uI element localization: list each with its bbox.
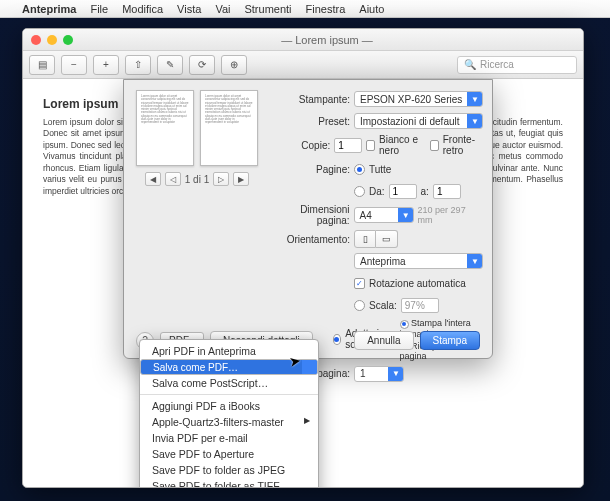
markup-button[interactable]: ⊕ — [221, 55, 247, 75]
prev-page-button-2[interactable]: ◁ — [165, 172, 181, 186]
pages-label: Pagine: — [268, 164, 350, 175]
minimize-button[interactable] — [47, 35, 57, 45]
orientation-segment[interactable]: ▯ ▭ — [354, 230, 398, 248]
submenu-arrow-icon: ▶ — [304, 416, 310, 425]
rotate-button[interactable]: ⟳ — [189, 55, 215, 75]
menu-save-jpeg[interactable]: Save PDF to folder as JPEG — [140, 462, 318, 478]
menu-mail-pdf[interactable]: Invia PDF per e-mail — [140, 430, 318, 446]
highlight-button[interactable]: ✎ — [157, 55, 183, 75]
bw-label: Bianco e nero — [379, 134, 426, 156]
search-input[interactable]: 🔍 Ricerca — [457, 56, 577, 74]
from-label: Da: — [369, 186, 385, 197]
menu-open-in-preview[interactable]: Apri PDF in Anteprima — [140, 343, 318, 359]
close-button[interactable] — [31, 35, 41, 45]
duplex-checkbox[interactable] — [430, 140, 439, 151]
portrait-icon[interactable]: ▯ — [354, 230, 376, 248]
auto-rotate-label: Rotazione automatica — [369, 278, 466, 289]
page-to-input[interactable] — [433, 184, 461, 199]
papersize-label: Dimensioni pagina: — [268, 204, 350, 226]
scale-input[interactable] — [401, 298, 439, 313]
next-page-button[interactable]: ▶ — [233, 172, 249, 186]
pdf-menu: Apri PDF in Anteprima Salva come PDF… Sa… — [139, 339, 319, 488]
prev-page-button[interactable]: ◀ — [145, 172, 161, 186]
menu-edit[interactable]: Modifica — [122, 3, 163, 15]
search-icon: 🔍 — [464, 59, 476, 70]
app-section-select[interactable]: Anteprima▼ — [354, 253, 483, 269]
zoom-out-button[interactable]: − — [61, 55, 87, 75]
menu-file[interactable]: File — [90, 3, 108, 15]
duplex-label: Fronte-retro — [443, 134, 483, 156]
auto-rotate-checkbox[interactable]: ✓ — [354, 278, 365, 289]
menu-window[interactable]: Finestra — [306, 3, 346, 15]
preset-label: Preset: — [268, 116, 350, 127]
titlebar: — Lorem ipsum — — [23, 29, 583, 51]
cancel-button[interactable]: Annulla — [354, 331, 413, 350]
page-navigator: ◀ ◁ 1 di 1 ▷ ▶ — [136, 172, 258, 186]
page-thumb-1[interactable]: Lorem ipsum dolor sit amet consectetur a… — [136, 90, 194, 166]
pages-all-radio[interactable] — [354, 164, 365, 175]
toolbar: ▤ − + ⇧ ✎ ⟳ ⊕ 🔍 Ricerca — [23, 51, 583, 79]
scale-label: Scala: — [369, 300, 397, 311]
menu-quartz-filters[interactable]: Apple-Quartz3-filters-master▶ — [140, 414, 318, 430]
menu-go[interactable]: Vai — [215, 3, 230, 15]
page-from-input[interactable] — [389, 184, 417, 199]
window-title: — Lorem ipsum — — [79, 34, 575, 46]
papersize-select[interactable]: A4▼ — [354, 207, 414, 223]
preview-window: — Lorem ipsum — ▤ − + ⇧ ✎ ⟳ ⊕ 🔍 Ricerca … — [22, 28, 584, 488]
bw-checkbox[interactable] — [366, 140, 375, 151]
pages-all-label: Tutte — [369, 164, 391, 175]
print-dialog: Lorem ipsum dolor sit amet consectetur a… — [123, 79, 493, 359]
menu-save-as-postscript[interactable]: Salva come PostScript… — [140, 375, 318, 391]
pages-range-radio[interactable] — [354, 186, 365, 197]
page-indicator: 1 di 1 — [185, 174, 209, 185]
printer-label: Stampante: — [268, 94, 350, 105]
menu-save-as-pdf[interactable]: Salva come PDF… — [140, 359, 318, 375]
menu-save-tiff[interactable]: Save PDF to folder as TIFF — [140, 478, 318, 488]
landscape-icon[interactable]: ▭ — [376, 230, 398, 248]
copies-label: Copie: — [268, 140, 330, 151]
print-button[interactable]: Stampa — [420, 331, 480, 350]
preset-select[interactable]: Impostazioni di default▼ — [354, 113, 483, 129]
menu-separator — [140, 394, 318, 395]
app-menu[interactable]: Anteprima — [22, 3, 76, 15]
print-whole-radio[interactable] — [400, 320, 409, 329]
menu-tools[interactable]: Strumenti — [244, 3, 291, 15]
scale-radio[interactable] — [354, 300, 365, 311]
zoom-button[interactable] — [63, 35, 73, 45]
copies-per-page-select[interactable]: 1▼ — [354, 366, 404, 382]
orientation-label: Orientamento: — [268, 234, 350, 245]
menu-save-aperture[interactable]: Save PDF to Aperture — [140, 446, 318, 462]
next-page-button-2[interactable]: ▷ — [213, 172, 229, 186]
printer-select[interactable]: EPSON XP-620 Series▼ — [354, 91, 483, 107]
page-thumb-2[interactable]: Lorem ipsum dolor sit amet consectetur a… — [200, 90, 258, 166]
view-mode-button[interactable]: ▤ — [29, 55, 55, 75]
copies-input[interactable] — [334, 138, 362, 153]
menu-help[interactable]: Aiuto — [359, 3, 384, 15]
to-label: a: — [421, 186, 429, 197]
menu-add-to-ibooks[interactable]: Aggiungi PDF a iBooks — [140, 398, 318, 414]
menu-view[interactable]: Vista — [177, 3, 201, 15]
share-button[interactable]: ⇧ — [125, 55, 151, 75]
zoom-in-button[interactable]: + — [93, 55, 119, 75]
paper-dimensions: 210 per 297 mm — [418, 205, 483, 225]
system-menubar: Anteprima File Modifica Vista Vai Strume… — [0, 0, 610, 18]
